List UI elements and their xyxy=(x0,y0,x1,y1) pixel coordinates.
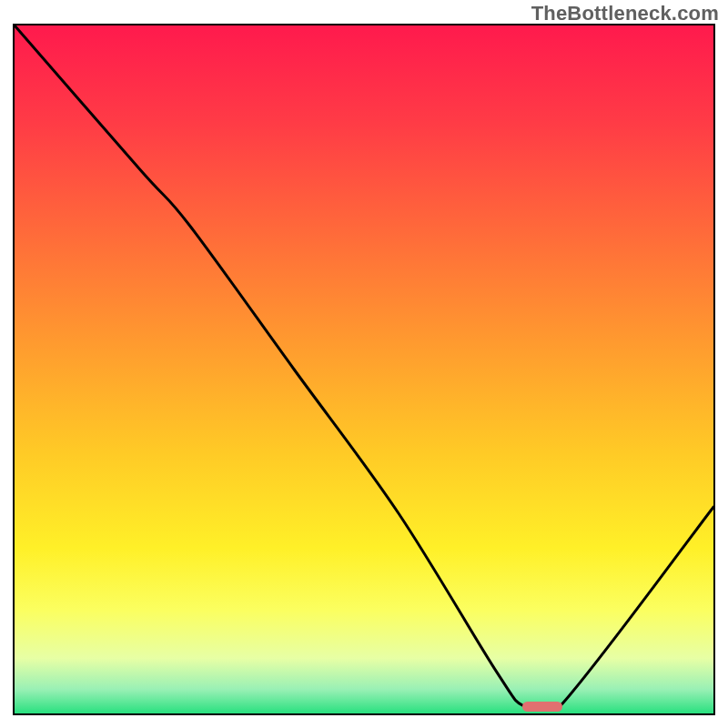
valley-marker xyxy=(522,702,562,712)
watermark-text: TheBottleneck.com xyxy=(531,2,719,25)
curve-svg xyxy=(15,25,713,713)
bottleneck-curve xyxy=(15,25,713,706)
chart-stage: TheBottleneck.com xyxy=(0,0,728,728)
